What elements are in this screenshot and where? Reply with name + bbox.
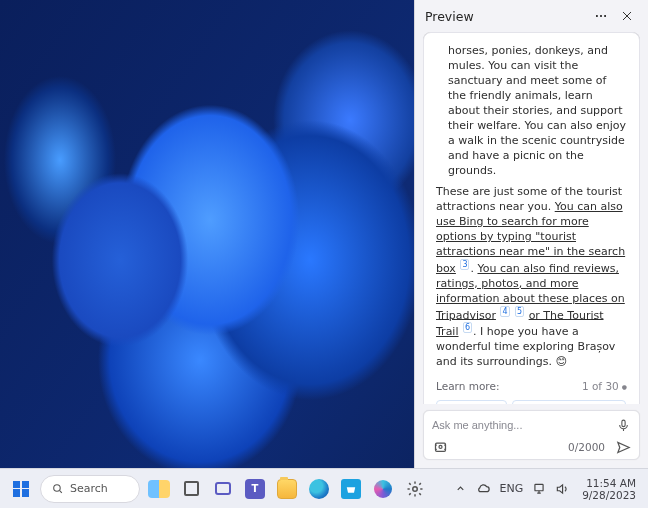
footnote-ref[interactable]: 4 [500,306,509,317]
task-view-button[interactable] [178,476,204,502]
svg-point-5 [439,445,442,448]
answer-bubble: horses, ponies, donkeys, and mules. You … [423,32,640,404]
date-label: 9/28/2023 [582,489,636,501]
task-view-icon [184,481,199,496]
learn-more-row: Learn more: 1 of 30 ● [436,379,627,394]
svg-point-6 [54,485,61,492]
gear-icon [406,480,424,498]
svg-rect-8 [535,484,543,490]
footnote-ref[interactable]: 6 [463,322,472,333]
smile-emoji: 😊 [556,355,567,368]
learn-more-label: Learn more: [436,379,499,394]
tray-overflow-button[interactable] [453,482,467,496]
footnote-ref[interactable]: 3 [460,259,469,270]
send-icon [616,440,631,455]
taskbar: Search ENG 11:54 AM 9/28/2023 [0,468,648,508]
edge-icon [309,479,329,499]
answer-paragraph: These are just some of the tourist attra… [436,184,627,369]
svg-rect-4 [435,443,445,451]
search-icon [51,482,64,495]
store-button[interactable] [338,476,364,502]
copilot-panel: Preview horses, ponies, donkeys, and mul… [414,0,648,468]
time-label: 11:54 AM [582,477,636,489]
teams-icon [245,479,265,499]
language-indicator[interactable]: ENG [499,482,523,495]
file-explorer-button[interactable] [274,476,300,502]
send-button[interactable] [615,439,631,455]
onedrive-tray[interactable] [476,482,490,496]
network-icon [532,482,546,496]
svg-point-7 [413,486,418,491]
settings-button[interactable] [402,476,428,502]
footnote-ref[interactable]: 5 [515,306,524,317]
more-options-button[interactable] [590,5,612,27]
panel-footer: 0/2000 [415,404,648,468]
speaker-icon [555,482,569,496]
copilot-taskbar-button[interactable] [370,476,396,502]
panel-body: horses, ponies, donkeys, and mules. You … [415,32,648,404]
store-icon [341,479,361,499]
close-icon [621,10,633,22]
answer-list-item: horses, ponies, donkeys, and mules. You … [436,43,627,178]
panel-title: Preview [425,9,586,24]
start-button[interactable] [8,476,34,502]
svg-rect-3 [622,420,625,427]
ellipsis-icon [594,9,608,23]
svg-point-0 [596,15,598,17]
windows-logo-icon [13,481,29,497]
microphone-icon [617,419,630,432]
widgets-button[interactable] [146,476,172,502]
taskbar-search[interactable]: Search [40,475,140,503]
edge-button[interactable] [306,476,332,502]
chat-icon [215,482,231,495]
ask-box: 0/2000 [423,410,640,460]
chat-button[interactable] [210,476,236,502]
image-search-icon [433,440,448,455]
teams-button[interactable] [242,476,268,502]
image-search-button[interactable] [432,439,448,455]
svg-point-2 [604,15,606,17]
search-placeholder: Search [70,482,108,495]
char-counter: 0/2000 [568,441,605,453]
chat-input[interactable] [432,419,611,431]
svg-point-1 [600,15,602,17]
widgets-icon [148,480,170,498]
folder-icon [277,479,297,499]
volume-tray[interactable] [555,482,569,496]
clock-tray[interactable]: 11:54 AM 9/28/2023 [582,477,636,501]
panel-header: Preview [415,0,648,32]
chevron-up-icon [455,483,466,494]
copilot-icon [374,480,392,498]
cloud-icon [476,483,491,494]
network-tray[interactable] [532,482,546,496]
system-tray: ENG 11:54 AM 9/28/2023 [453,477,640,501]
close-panel-button[interactable] [616,5,638,27]
source-counter: 1 of 30 [582,379,619,394]
microphone-button[interactable] [617,417,631,433]
